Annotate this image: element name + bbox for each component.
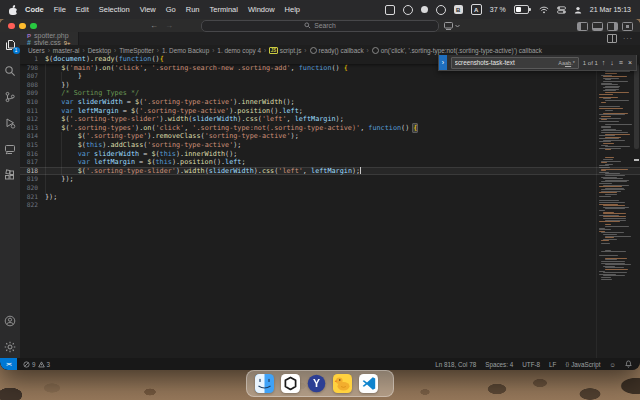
breadcrumb-item-ready-callback[interactable]: ready() callback	[310, 47, 364, 54]
dock-yandex-browser-icon[interactable]: Y	[307, 374, 326, 393]
more-actions-button[interactable]: ···	[623, 35, 633, 42]
control-center-icon[interactable]	[557, 6, 566, 14]
status-cursor-position[interactable]: Ln 818, Col 78	[435, 361, 476, 368]
shield-status-icon[interactable]	[385, 5, 395, 15]
status-indentation[interactable]: Spaces: 4	[485, 361, 513, 368]
battery-percent[interactable]: 37 %	[490, 6, 506, 13]
breadcrumb-item-desktop[interactable]: Desktop	[88, 47, 111, 54]
line-number[interactable]: 816	[22, 150, 38, 159]
menu-item-code[interactable]: Code	[20, 5, 49, 14]
circle-app-status-icon[interactable]	[403, 5, 413, 15]
code-line[interactable]: 808 })	[20, 81, 640, 90]
code-line[interactable]: 807 }	[20, 72, 640, 81]
command-center-search[interactable]: Search	[201, 20, 439, 32]
problems-indicator[interactable]: 9 3	[23, 361, 50, 368]
wifi-icon[interactable]	[539, 6, 549, 14]
line-number[interactable]: 817	[22, 158, 38, 167]
line-number[interactable]: 809	[22, 89, 38, 98]
activity-bar-extensions-icon[interactable]	[4, 168, 17, 181]
remote-indicator[interactable]: ><	[0, 358, 17, 370]
window-minimize-button[interactable]	[19, 23, 26, 30]
status-feedback[interactable]: ☺	[610, 361, 616, 368]
go-forward-button[interactable]: →	[165, 21, 173, 30]
code-line[interactable]: 814 $('.sorting-type').removeClass('sort…	[20, 132, 640, 141]
previous-match-button[interactable]: ↑	[602, 59, 606, 66]
code-line[interactable]: 818 $('.sorting-type-slider').width(slid…	[20, 167, 640, 176]
toggle-replace-button[interactable]: ›	[439, 55, 447, 70]
close-find-button[interactable]: ×	[628, 59, 632, 66]
menu-item-run[interactable]: Run	[181, 5, 205, 14]
menu-item-terminal[interactable]: Terminal	[205, 5, 243, 14]
line-number[interactable]: 810	[22, 98, 38, 107]
code-line[interactable]: 820	[20, 184, 640, 193]
dock-cyberduck-icon[interactable]	[333, 374, 352, 393]
screencast-icon[interactable]	[444, 22, 460, 30]
code-line[interactable]: 810 var sliderWidth = $('.sorting-type-a…	[20, 98, 640, 107]
toggle-secondary-sidebar-button[interactable]	[607, 22, 618, 31]
code-line[interactable]: 809 /* Sorting Types */	[20, 89, 640, 98]
menu-item-help[interactable]: Help	[280, 5, 305, 14]
minimap[interactable]	[596, 55, 632, 358]
line-number[interactable]: 807	[22, 72, 38, 81]
find-input[interactable]: screenshots-task-text Aaab.*	[451, 57, 579, 69]
line-number[interactable]: 818	[22, 167, 38, 176]
status-encoding[interactable]: UTF-8	[522, 361, 540, 368]
line-number[interactable]: 815	[22, 141, 38, 150]
status-notifications[interactable]	[625, 360, 632, 368]
code-line[interactable]: 816 var sliderWidth = $(this).innerWidth…	[20, 150, 640, 159]
code-line[interactable]: 819 });	[20, 175, 640, 184]
menu-item-file[interactable]: File	[49, 5, 71, 14]
line-number[interactable]: 814	[22, 132, 38, 141]
line-number[interactable]: 808	[22, 81, 38, 90]
code-line[interactable]: 812 $('.sorting-type-slider').width(slid…	[20, 115, 640, 124]
line-number[interactable]: 798	[22, 64, 38, 73]
regex-toggle[interactable]: .*	[571, 60, 575, 66]
battery-icon[interactable]	[514, 5, 531, 14]
menu-item-edit[interactable]: Edit	[71, 5, 94, 14]
code-editor[interactable]: 1$(document).ready(function(){ 798 $('ma…	[20, 55, 640, 358]
breadcrumb-item-1-demo-copy-4[interactable]: 1. demo copy 4	[217, 47, 261, 54]
b-app-status-icon[interactable]: B	[454, 5, 463, 14]
code-line[interactable]: 813 $('.sorting-types').on('click', '.so…	[20, 124, 640, 133]
dock-chatgpt-icon[interactable]	[281, 374, 300, 393]
apple-menu-icon[interactable]	[9, 5, 18, 15]
gear-app-status-icon[interactable]	[421, 6, 428, 13]
activity-bar-remote-explorer-icon[interactable]	[4, 142, 17, 155]
tab-spotter-php[interactable]: Pspotter.php	[20, 32, 79, 39]
go-back-button[interactable]: ←	[150, 21, 158, 30]
line-number[interactable]: 821	[22, 193, 38, 202]
toggle-panel-button[interactable]	[592, 22, 603, 31]
line-number[interactable]: 1	[22, 55, 38, 64]
line-number[interactable]: 820	[22, 184, 38, 193]
line-number[interactable]: 812	[22, 115, 38, 124]
code-line[interactable]: 822	[20, 201, 640, 210]
breadcrumb-item-timespotter[interactable]: TimeSpotter	[119, 47, 154, 54]
code-line[interactable]: 811 var leftMargin = $('.sorting-type-ac…	[20, 107, 640, 116]
window-zoom-button[interactable]	[30, 23, 37, 30]
code-line[interactable]: 821});	[20, 193, 640, 202]
status-eol[interactable]: LF	[549, 361, 556, 368]
line-number[interactable]: 813	[22, 124, 38, 133]
line-number[interactable]: 811	[22, 107, 38, 116]
split-editor-button[interactable]	[607, 34, 617, 43]
status-language-mode[interactable]: {}JavaScript	[565, 361, 600, 368]
menu-item-selection[interactable]: Selection	[94, 5, 135, 14]
menu-item-go[interactable]: Go	[161, 5, 181, 14]
toggle-primary-sidebar-button[interactable]	[577, 22, 588, 31]
code-line[interactable]: 817 var leftMargin = $(this).position().…	[20, 158, 640, 167]
window-close-button[interactable]	[8, 23, 15, 30]
activity-bar-manage-icon[interactable]	[4, 340, 17, 353]
paw-app-status-icon[interactable]	[436, 5, 446, 15]
breadcrumb-item-script-js[interactable]: JSscript.js	[269, 47, 301, 54]
input-source-icon[interactable]: A	[471, 4, 482, 15]
breadcrumb-item-on-click-sorting-type-not-sort[interactable]: on('click', '.sorting-type:not(.sorting-…	[372, 47, 542, 54]
breadcrumb-item-users[interactable]: Users	[28, 47, 45, 54]
next-match-button[interactable]: ↓	[610, 59, 614, 66]
customize-layout-button[interactable]	[622, 22, 633, 31]
dock-finder-icon[interactable]	[255, 374, 274, 393]
match-case-toggle[interactable]: Aa	[558, 60, 565, 66]
user-switch-icon[interactable]	[574, 6, 582, 14]
vertical-scrollbar[interactable]	[632, 55, 640, 358]
activity-bar-accounts-icon[interactable]	[4, 314, 17, 327]
activity-bar-explorer-icon[interactable]: 1	[4, 38, 17, 51]
